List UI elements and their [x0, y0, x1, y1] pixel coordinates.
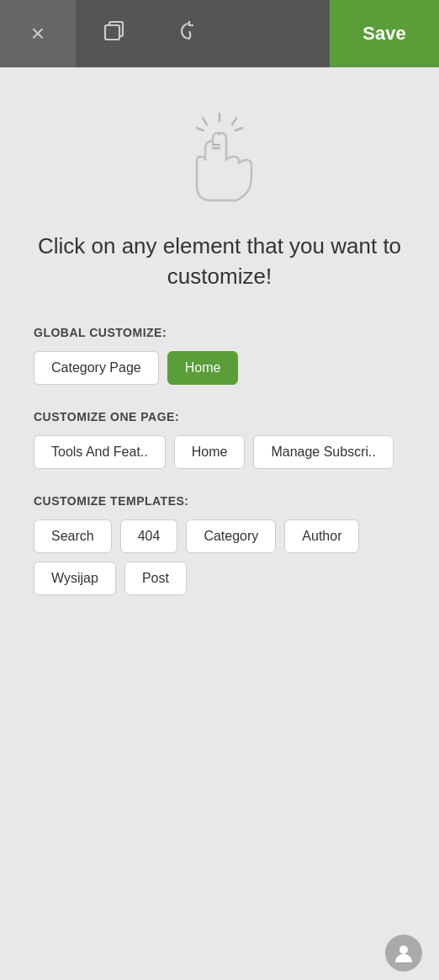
search-template-button[interactable]: Search	[34, 519, 112, 553]
home-one-page-button[interactable]: Home	[174, 435, 246, 469]
bottom-bar	[0, 926, 439, 980]
svg-line-5	[197, 128, 204, 130]
user-avatar[interactable]	[385, 935, 422, 972]
prompt-text: Click on any element that you want to cu…	[34, 231, 405, 292]
global-customize-section: GLOBAL CUSTOMIZE: Category Page Home	[34, 326, 405, 385]
save-label: Save	[362, 23, 405, 45]
customize-templates-title: CUSTOMIZE TEMPLATES:	[34, 494, 405, 508]
reset-button[interactable]	[151, 0, 227, 67]
tools-feat-button[interactable]: Tools And Feat..	[34, 435, 166, 469]
customize-templates-buttons: Search 404 Category Author Wysijap Post	[34, 519, 405, 595]
close-button[interactable]: ×	[0, 0, 76, 67]
duplicate-button[interactable]	[76, 0, 151, 67]
svg-line-3	[203, 118, 207, 125]
customize-one-page-title: CUSTOMIZE ONE PAGE:	[34, 410, 405, 423]
manage-subscri-button[interactable]: Manage Subscri..	[253, 435, 394, 469]
wysijap-template-button[interactable]: Wysijap	[34, 562, 116, 595]
svg-line-4	[235, 128, 242, 130]
home-global-button[interactable]: Home	[167, 351, 239, 385]
customize-one-page-buttons: Tools And Feat.. Home Manage Subscri..	[34, 435, 405, 469]
svg-point-8	[399, 945, 408, 954]
global-customize-buttons: Category Page Home	[34, 351, 405, 385]
toolbar: × Save	[0, 0, 439, 67]
save-button[interactable]: Save	[330, 0, 439, 67]
customize-one-page-section: CUSTOMIZE ONE PAGE: Tools And Feat.. Hom…	[34, 410, 405, 469]
category-template-button[interactable]: Category	[186, 519, 276, 553]
click-illustration: Click on any element that you want to cu…	[34, 93, 405, 292]
hand-icon-container	[169, 109, 270, 210]
global-customize-title: GLOBAL CUSTOMIZE:	[34, 326, 405, 339]
category-page-button[interactable]: Category Page	[34, 351, 159, 385]
post-template-button[interactable]: Post	[124, 562, 187, 595]
svg-rect-0	[105, 25, 119, 40]
close-icon: ×	[31, 20, 45, 47]
404-template-button[interactable]: 404	[120, 519, 178, 553]
duplicate-icon	[101, 19, 126, 50]
reset-icon	[177, 19, 202, 50]
author-template-button[interactable]: Author	[284, 519, 359, 553]
svg-line-2	[232, 118, 236, 125]
customize-templates-section: CUSTOMIZE TEMPLATES: Search 404 Category…	[34, 494, 405, 595]
hand-icon	[173, 109, 266, 210]
main-content: Click on any element that you want to cu…	[0, 67, 439, 926]
